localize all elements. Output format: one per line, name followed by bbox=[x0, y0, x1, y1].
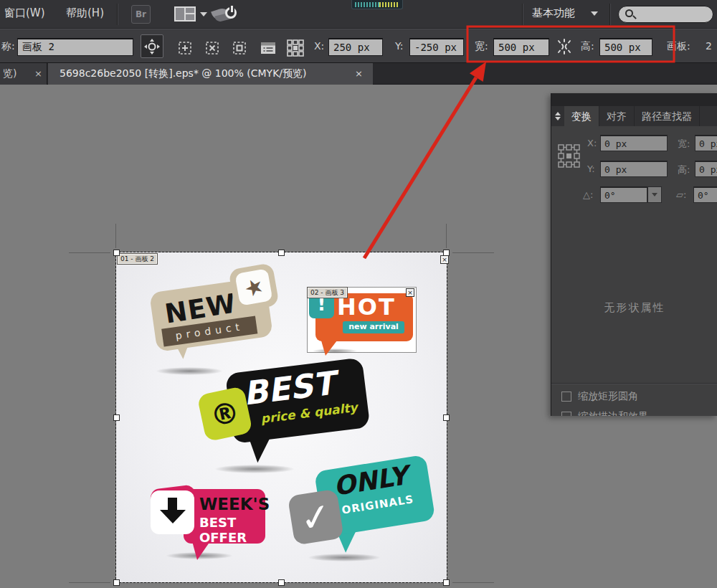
hot-sticker-tail bbox=[321, 341, 337, 356]
x-field[interactable] bbox=[328, 38, 383, 56]
panel-x-field[interactable] bbox=[600, 135, 668, 151]
weeks-sticker-title: WEEK'S bbox=[199, 495, 270, 513]
weeks-sticker[interactable]: WEEK'S BEST OFFER bbox=[184, 489, 265, 544]
selection-handle[interactable] bbox=[443, 250, 450, 256]
panel-height-label: 高: bbox=[678, 163, 690, 176]
no-shape-properties-text: 无形状属性 bbox=[551, 301, 717, 315]
height-label: 高: bbox=[581, 40, 594, 53]
tab-pathfinder[interactable]: 路径查找器 bbox=[635, 106, 700, 126]
panel-header-bar[interactable] bbox=[551, 93, 717, 106]
width-field[interactable] bbox=[493, 38, 549, 56]
workspace-switcher[interactable]: 基本功能 bbox=[532, 6, 575, 20]
checkbox-icon[interactable] bbox=[561, 412, 571, 416]
selection-handle[interactable] bbox=[443, 414, 450, 421]
collapse-panel-icon[interactable] bbox=[551, 106, 564, 126]
transform-panel: 变换 对齐 路径查找器 X: 宽: Y: 高: △: bbox=[551, 93, 717, 416]
menu-separator bbox=[609, 4, 610, 25]
illustrator-window: 窗口(W) 帮助(H) Br 基本功能 称: bbox=[0, 0, 717, 588]
checkbox-scale-corners[interactable]: 缩放矩形圆角 bbox=[561, 390, 638, 403]
tab-title: 5698c26be2050 [转换].eps* @ 100% (CMYK/预览) bbox=[60, 63, 307, 84]
checkbox-label: 缩放矩形圆角 bbox=[578, 390, 638, 403]
shear-angle-field[interactable] bbox=[693, 186, 717, 203]
cs-live-button[interactable] bbox=[212, 4, 241, 24]
artboard-delete-icon[interactable]: × bbox=[440, 255, 449, 264]
power-icon bbox=[225, 7, 237, 19]
artboard-3-label: 02 - 画板 3 bbox=[308, 288, 347, 298]
broken-chain-icon bbox=[555, 38, 574, 55]
selection-handle[interactable] bbox=[113, 579, 120, 586]
new-artboard-button[interactable] bbox=[174, 36, 196, 60]
panel-height-field[interactable] bbox=[695, 161, 717, 177]
move-crosshair-icon bbox=[143, 38, 161, 55]
options-list-icon bbox=[258, 39, 278, 57]
sticker-shadow bbox=[156, 367, 222, 375]
panel-y-field[interactable] bbox=[600, 161, 668, 177]
delete-artboard-button[interactable] bbox=[201, 36, 224, 60]
crop-mark bbox=[452, 252, 494, 253]
width-label: 宽: bbox=[475, 40, 488, 53]
panel-y-label: Y: bbox=[587, 163, 595, 174]
crop-mark bbox=[69, 582, 110, 583]
artboard-control-bar: 称: bbox=[0, 29, 717, 63]
artboard-inner-rect-icon bbox=[230, 39, 249, 57]
checkbox-icon[interactable] bbox=[561, 392, 571, 402]
move-artwork-toggle[interactable] bbox=[141, 34, 163, 58]
artboard-delete-icon[interactable]: × bbox=[406, 288, 414, 297]
selection-handle[interactable] bbox=[278, 579, 285, 586]
y-field[interactable] bbox=[409, 38, 464, 56]
document-tab-active[interactable]: 5698c26be2050 [转换].eps* @ 100% (CMYK/预览)… bbox=[48, 63, 373, 85]
menu-separator bbox=[117, 4, 118, 25]
best-sticker-badge: ® bbox=[197, 386, 253, 442]
best-sticker[interactable]: BEST price & qualty ® bbox=[196, 357, 374, 478]
down-arrow-icon bbox=[168, 498, 177, 510]
crop-mark bbox=[452, 582, 494, 583]
close-icon[interactable]: × bbox=[34, 63, 42, 84]
selection-handle[interactable] bbox=[113, 414, 120, 421]
selection-handle[interactable] bbox=[278, 250, 285, 256]
height-field[interactable] bbox=[599, 38, 652, 56]
only-sticker-badge: ✓ bbox=[288, 489, 344, 546]
menu-bar: 窗口(W) 帮助(H) Br 基本功能 bbox=[0, 0, 717, 29]
panel-width-field[interactable] bbox=[695, 135, 717, 151]
chevron-down-icon bbox=[200, 12, 207, 16]
selection-handle[interactable] bbox=[443, 579, 450, 586]
artboard-name-field[interactable] bbox=[17, 38, 133, 56]
artboard-bounds-button[interactable] bbox=[228, 36, 251, 60]
selection-handle[interactable] bbox=[113, 250, 120, 256]
menu-separator bbox=[522, 4, 523, 25]
panel-divider bbox=[551, 383, 717, 384]
chevron-down-icon[interactable] bbox=[591, 11, 598, 16]
chevron-down-icon bbox=[652, 193, 657, 196]
transform-panel-body: X: 宽: Y: 高: △: ▱: 无形状属性 缩放矩形圆角 缩放描边和效果 bbox=[551, 126, 717, 416]
crop-mark bbox=[69, 252, 110, 253]
weeks-sticker-badge bbox=[151, 490, 194, 534]
menu-window[interactable]: 窗口(W) bbox=[4, 6, 45, 20]
menu-help[interactable]: 帮助(H) bbox=[66, 6, 104, 20]
weeks-sticker-subtitle: BEST OFFER bbox=[199, 515, 265, 545]
rotate-angle-icon: △: bbox=[583, 189, 593, 200]
crop-mark bbox=[115, 224, 116, 248]
shear-angle-icon: ▱: bbox=[676, 189, 686, 200]
close-icon[interactable]: × bbox=[355, 63, 363, 84]
artboard-plus-icon bbox=[176, 39, 194, 57]
artboard-count-value: 2 bbox=[706, 40, 712, 52]
tab-transform[interactable]: 变换 bbox=[564, 106, 599, 126]
document-layout-button[interactable] bbox=[174, 6, 207, 22]
tab-align[interactable]: 对齐 bbox=[599, 106, 635, 126]
checkbox-scale-strokes-effects[interactable]: 缩放描边和效果 bbox=[561, 410, 648, 416]
checkbox-label: 缩放描边和效果 bbox=[578, 410, 648, 416]
document-tab-partial[interactable]: 览) × bbox=[0, 63, 47, 85]
bridge-button[interactable]: Br bbox=[131, 5, 151, 24]
rotate-angle-field[interactable] bbox=[600, 186, 647, 203]
panel-x-label: X: bbox=[587, 138, 597, 148]
constrain-proportions-toggle[interactable] bbox=[555, 38, 574, 55]
reference-point-locator-icon[interactable] bbox=[557, 139, 581, 174]
angle-dropdown-button[interactable] bbox=[647, 186, 662, 203]
artboard-options-button[interactable] bbox=[257, 36, 280, 60]
new-sticker-badge: ★ bbox=[228, 262, 279, 313]
reference-point-grid-button[interactable] bbox=[284, 36, 307, 60]
search-icon bbox=[625, 9, 633, 17]
search-input[interactable] bbox=[618, 6, 713, 23]
meter-bars-icon bbox=[355, 2, 379, 7]
meter-bars-icon bbox=[379, 2, 398, 7]
